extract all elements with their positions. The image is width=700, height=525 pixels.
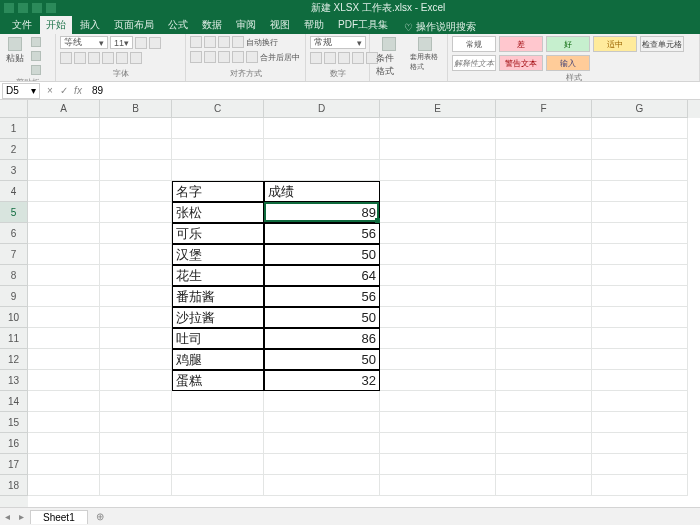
cell-D2[interactable] [264, 139, 380, 160]
cell-G11[interactable] [592, 328, 688, 349]
row-header-3[interactable]: 3 [0, 160, 28, 181]
cell-C11[interactable]: 吐司 [172, 328, 264, 349]
cell-F14[interactable] [496, 391, 592, 412]
undo-icon[interactable] [32, 3, 42, 13]
cell-G17[interactable] [592, 454, 688, 475]
align-right-button[interactable] [218, 51, 230, 63]
cell-G9[interactable] [592, 286, 688, 307]
cell-A11[interactable] [28, 328, 100, 349]
cell-F15[interactable] [496, 412, 592, 433]
style-bad[interactable]: 差 [499, 36, 543, 52]
cell-G5[interactable] [592, 202, 688, 223]
sheet-nav-prev[interactable]: ◂ [0, 511, 14, 522]
cell-F2[interactable] [496, 139, 592, 160]
cell-F13[interactable] [496, 370, 592, 391]
col-header-C[interactable]: C [172, 100, 264, 118]
row-header-6[interactable]: 6 [0, 223, 28, 244]
wrap-text-button[interactable]: 自动换行 [246, 37, 278, 48]
cells-area[interactable]: 名字成绩张松89可乐56汉堡50花生64番茄酱56沙拉酱50吐司86鸡腿50蛋糕… [28, 118, 700, 507]
col-header-A[interactable]: A [28, 100, 100, 118]
cell-G12[interactable] [592, 349, 688, 370]
cell-D15[interactable] [264, 412, 380, 433]
cell-F3[interactable] [496, 160, 592, 181]
add-sheet-button[interactable]: ⊕ [92, 510, 108, 524]
cell-B14[interactable] [100, 391, 172, 412]
cell-D9[interactable]: 56 [264, 286, 380, 307]
cell-B1[interactable] [100, 118, 172, 139]
row-header-9[interactable]: 9 [0, 286, 28, 307]
cell-C10[interactable]: 沙拉酱 [172, 307, 264, 328]
cell-F11[interactable] [496, 328, 592, 349]
cell-F12[interactable] [496, 349, 592, 370]
cell-D13[interactable]: 32 [264, 370, 380, 391]
style-warn[interactable]: 警告文本 [499, 55, 543, 71]
underline-button[interactable] [88, 52, 100, 64]
cell-A9[interactable] [28, 286, 100, 307]
cell-G6[interactable] [592, 223, 688, 244]
cell-B15[interactable] [100, 412, 172, 433]
row-header-5[interactable]: 5 [0, 202, 28, 223]
cell-F6[interactable] [496, 223, 592, 244]
tab-view[interactable]: 视图 [264, 16, 296, 34]
spreadsheet-grid[interactable]: ABCDEFG 123456789101112131415161718 名字成绩… [0, 100, 700, 507]
col-header-G[interactable]: G [592, 100, 688, 118]
tab-pdf[interactable]: PDF工具集 [332, 16, 394, 34]
row-header-15[interactable]: 15 [0, 412, 28, 433]
row-header-16[interactable]: 16 [0, 433, 28, 454]
cell-A13[interactable] [28, 370, 100, 391]
orientation-button[interactable] [232, 36, 244, 48]
cell-B9[interactable] [100, 286, 172, 307]
col-header-D[interactable]: D [264, 100, 380, 118]
cell-G8[interactable] [592, 265, 688, 286]
cell-E4[interactable] [380, 181, 496, 202]
cell-D16[interactable] [264, 433, 380, 454]
style-input[interactable]: 输入 [546, 55, 590, 71]
cell-A3[interactable] [28, 160, 100, 181]
row-header-7[interactable]: 7 [0, 244, 28, 265]
row-header-12[interactable]: 12 [0, 349, 28, 370]
cell-C8[interactable]: 花生 [172, 265, 264, 286]
style-normal[interactable]: 常规 [452, 36, 496, 52]
tab-help[interactable]: 帮助 [298, 16, 330, 34]
cell-G14[interactable] [592, 391, 688, 412]
cell-B13[interactable] [100, 370, 172, 391]
indent-dec-button[interactable] [232, 51, 244, 63]
cell-D8[interactable]: 64 [264, 265, 380, 286]
cell-E2[interactable] [380, 139, 496, 160]
cancel-icon[interactable]: × [44, 85, 56, 96]
cell-D1[interactable] [264, 118, 380, 139]
cell-G15[interactable] [592, 412, 688, 433]
cell-E1[interactable] [380, 118, 496, 139]
cell-G1[interactable] [592, 118, 688, 139]
cell-G2[interactable] [592, 139, 688, 160]
tab-review[interactable]: 审阅 [230, 16, 262, 34]
cell-B5[interactable] [100, 202, 172, 223]
cell-D5[interactable]: 89 [264, 202, 380, 223]
cell-E7[interactable] [380, 244, 496, 265]
format-table-button[interactable]: 套用表格格式 [408, 36, 443, 73]
style-good[interactable]: 好 [546, 36, 590, 52]
tab-file[interactable]: 文件 [6, 16, 38, 34]
currency-button[interactable] [310, 52, 322, 64]
indent-inc-button[interactable] [246, 51, 258, 63]
fill-color-button[interactable] [116, 52, 128, 64]
cell-A2[interactable] [28, 139, 100, 160]
cell-G16[interactable] [592, 433, 688, 454]
cell-E8[interactable] [380, 265, 496, 286]
font-color-button[interactable] [130, 52, 142, 64]
cell-B2[interactable] [100, 139, 172, 160]
cell-C2[interactable] [172, 139, 264, 160]
cell-D4[interactable]: 成绩 [264, 181, 380, 202]
cell-E14[interactable] [380, 391, 496, 412]
cell-C13[interactable]: 蛋糕 [172, 370, 264, 391]
cell-C18[interactable] [172, 475, 264, 496]
cell-C14[interactable] [172, 391, 264, 412]
cell-F1[interactable] [496, 118, 592, 139]
cell-E11[interactable] [380, 328, 496, 349]
cell-E6[interactable] [380, 223, 496, 244]
paste-button[interactable]: 粘贴 [4, 36, 26, 66]
align-left-button[interactable] [190, 51, 202, 63]
cell-E5[interactable] [380, 202, 496, 223]
cell-E9[interactable] [380, 286, 496, 307]
cell-B18[interactable] [100, 475, 172, 496]
